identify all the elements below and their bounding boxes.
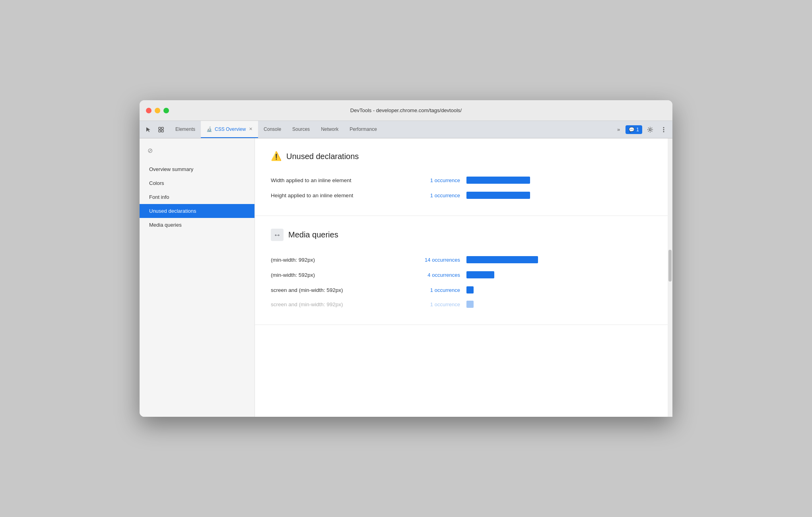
- tab-bar-right-controls: » 💬 1: [614, 121, 669, 138]
- svg-rect-1: [161, 127, 163, 129]
- item-label: (min-width: 992px): [271, 257, 398, 263]
- media-queries-section: ↔ Media queries (min-width: 992px) 14 oc…: [255, 216, 672, 325]
- sidebar-item-unused-declarations[interactable]: Unused declarations: [140, 204, 254, 218]
- table-row: Width applied to an inline element 1 occ…: [271, 173, 657, 188]
- bar-container: [466, 256, 657, 263]
- occurrence-bar: [466, 256, 538, 263]
- bar-container: [466, 177, 657, 184]
- tab-sources[interactable]: Sources: [287, 121, 315, 138]
- sidebar-top: ⊘: [140, 142, 254, 159]
- tab-elements[interactable]: Elements: [170, 121, 201, 138]
- inspect-icon[interactable]: [155, 124, 167, 135]
- more-options-icon[interactable]: [658, 124, 669, 135]
- media-queries-title: Media queries: [288, 230, 338, 239]
- devtools-window: DevTools - developer.chrome.com/tags/dev…: [140, 100, 672, 417]
- item-label: (min-width: 592px): [271, 272, 398, 278]
- occurrence-bar: [466, 286, 474, 293]
- occurrence-bar: [466, 177, 530, 184]
- maximize-button[interactable]: [163, 108, 169, 113]
- sidebar-item-media-queries[interactable]: Media queries: [140, 218, 254, 232]
- title-bar: DevTools - developer.chrome.com/tags/dev…: [140, 100, 672, 121]
- sidebar-item-font-info[interactable]: Font info: [140, 190, 254, 204]
- traffic-lights: [146, 108, 169, 113]
- window-title: DevTools - developer.chrome.com/tags/dev…: [350, 107, 462, 113]
- more-tabs-button[interactable]: »: [614, 126, 623, 132]
- minimize-button[interactable]: [155, 108, 160, 113]
- occurrence-link[interactable]: 1 occurrence: [404, 287, 460, 293]
- table-row: screen and (min-width: 592px) 1 occurren…: [271, 282, 657, 297]
- unused-declarations-section: ⚠️ Unused declarations Width applied to …: [255, 138, 672, 216]
- sidebar-nav: Overview summary Colors Font info Unused…: [140, 162, 254, 232]
- main-content: ⊘ Overview summary Colors Font info Unus…: [140, 138, 672, 417]
- tab-console[interactable]: Console: [258, 121, 287, 138]
- svg-point-7: [663, 131, 664, 132]
- bar-container: [466, 286, 657, 293]
- unused-declarations-header: ⚠️ Unused declarations: [271, 151, 657, 161]
- item-label: Width applied to an inline element: [271, 177, 398, 183]
- table-row: (min-width: 592px) 4 occurrences: [271, 267, 657, 282]
- scrollbar-track: [668, 138, 672, 417]
- tab-performance[interactable]: Performance: [344, 121, 383, 138]
- sidebar-item-overview-summary[interactable]: Overview summary: [140, 162, 254, 176]
- svg-point-4: [649, 128, 651, 130]
- occurrence-bar: [466, 192, 530, 199]
- close-button[interactable]: [146, 108, 152, 113]
- scrollbar-thumb[interactable]: [668, 250, 672, 282]
- svg-rect-2: [159, 130, 161, 132]
- css-overview-icon: 🔬: [206, 126, 212, 132]
- svg-rect-3: [161, 130, 163, 132]
- chat-icon: 💬: [629, 127, 635, 132]
- bar-container: [466, 301, 657, 308]
- tab-close-icon[interactable]: ✕: [249, 126, 253, 132]
- svg-point-6: [663, 129, 664, 130]
- tab-bar-left-controls: [143, 121, 167, 138]
- occurrence-link[interactable]: 14 occurrences: [404, 257, 460, 263]
- occurrence-bar: [466, 301, 474, 308]
- bar-container: [466, 271, 657, 278]
- item-label: screen and (min-width: 592px): [271, 287, 398, 293]
- media-queries-header: ↔ Media queries: [271, 229, 657, 241]
- occurrence-link[interactable]: 4 occurrences: [404, 272, 460, 278]
- no-entry-icon[interactable]: ⊘: [144, 145, 155, 156]
- warning-icon: ⚠️: [271, 151, 282, 161]
- settings-icon[interactable]: [645, 124, 656, 135]
- occurrence-link[interactable]: 1 occurrence: [404, 301, 460, 307]
- cursor-icon[interactable]: [143, 124, 154, 135]
- tab-css-overview[interactable]: 🔬 CSS Overview ✕: [201, 121, 258, 138]
- tabs-container: Elements 🔬 CSS Overview ✕ Console Source…: [170, 121, 614, 138]
- sidebar-item-colors[interactable]: Colors: [140, 176, 254, 190]
- item-label: screen and (min-width: 992px): [271, 301, 398, 307]
- svg-point-5: [663, 127, 664, 128]
- content-panel: ⚠️ Unused declarations Width applied to …: [255, 138, 672, 417]
- occurrence-link[interactable]: 1 occurrence: [404, 192, 460, 198]
- tab-network[interactable]: Network: [315, 121, 344, 138]
- media-queries-icon: ↔: [271, 229, 284, 241]
- table-row: Height applied to an inline element 1 oc…: [271, 188, 657, 203]
- bar-container: [466, 192, 657, 199]
- occurrence-bar: [466, 271, 494, 278]
- chat-button[interactable]: 💬 1: [626, 125, 642, 134]
- unused-declarations-title: Unused declarations: [286, 152, 359, 161]
- item-label: Height applied to an inline element: [271, 192, 398, 198]
- tab-bar: Elements 🔬 CSS Overview ✕ Console Source…: [140, 121, 672, 138]
- svg-rect-0: [159, 127, 161, 129]
- table-row: screen and (min-width: 992px) 1 occurren…: [271, 297, 657, 312]
- table-row: (min-width: 992px) 14 occurrences: [271, 252, 657, 267]
- sidebar: ⊘ Overview summary Colors Font info Unus…: [140, 138, 255, 417]
- occurrence-link[interactable]: 1 occurrence: [404, 177, 460, 183]
